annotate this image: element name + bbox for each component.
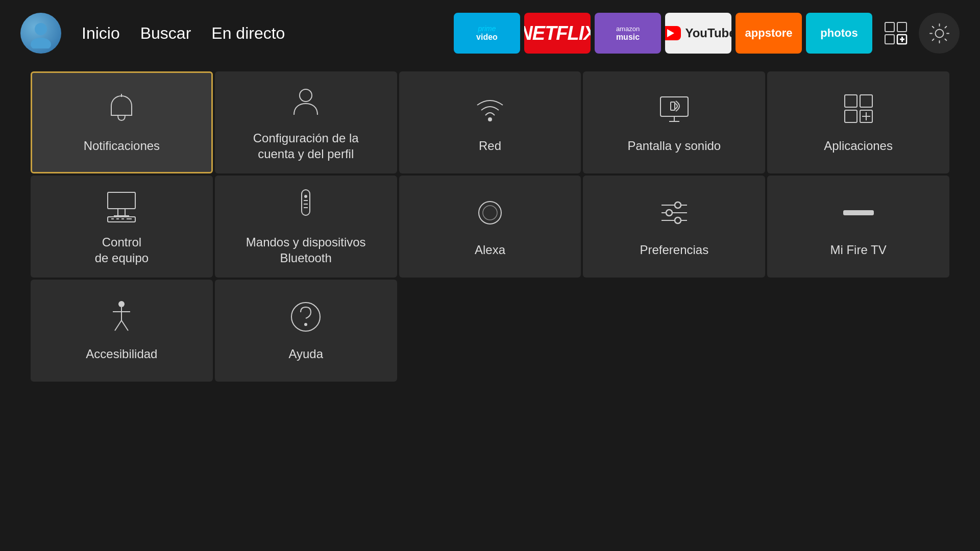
tile-cuenta-label: Configuración de la cuenta y del perfil [253,130,359,162]
tile-control[interactable]: Control de equipo [31,176,213,278]
app-icons: prime video NETFLIX amazon music YouTube [454,13,960,54]
app-prime-video[interactable]: prime video [454,13,520,54]
svg-point-12 [488,117,492,121]
nav-inicio[interactable]: Inicio [82,24,120,43]
tile-ayuda-label: Ayuda [288,346,323,362]
svg-point-47 [118,301,125,307]
tile-accesibilidad-label: Accesibilidad [86,346,157,362]
svg-rect-2 [885,22,894,32]
tile-mandos-label: Mandos y dispositivos Bluetooth [246,234,366,266]
svg-rect-19 [860,95,872,107]
app-youtube[interactable]: YouTube [665,13,731,54]
wifi-icon [472,91,508,129]
tile-pantalla-label: Pantalla y sonido [627,138,721,154]
app-netflix[interactable]: NETFLIX [524,13,591,54]
app-appstore[interactable]: appstore [736,13,802,54]
tile-alexa-label: Alexa [475,242,505,258]
avatar[interactable] [20,13,61,54]
svg-rect-18 [845,95,857,107]
svg-rect-46 [843,210,874,215]
tile-notificaciones-label: Notificaciones [84,138,160,154]
help-icon [288,299,324,337]
accessibility-icon [104,299,139,337]
svg-point-41 [675,202,681,208]
svg-point-1 [31,38,51,48]
tile-pantalla[interactable]: Pantalla y sonido [583,71,765,173]
svg-line-50 [115,320,121,331]
apps-icon [841,91,876,129]
settings-grid: Notificaciones Configuración de la cuent… [0,71,980,382]
settings-button[interactable] [919,13,960,54]
svg-rect-20 [845,110,857,122]
tile-mandos[interactable]: Mandos y dispositivos Bluetooth [215,176,397,278]
svg-rect-17 [671,102,675,110]
svg-point-34 [304,195,307,198]
app-amazon-music[interactable]: amazon music [595,13,661,54]
tile-aplicaciones[interactable]: Aplicaciones [767,71,949,173]
tile-red-label: Red [479,138,501,154]
tile-preferencias[interactable]: Preferencias [583,176,765,278]
tile-notificaciones[interactable]: Notificaciones [31,71,213,173]
remote-icon [288,187,324,225]
firetv-icon [841,195,876,233]
tile-alexa[interactable]: Alexa [399,176,581,278]
alexa-icon [472,195,508,233]
monitor-icon [104,187,139,225]
tile-myfiretv-label: Mi Fire TV [830,242,886,258]
tile-preferencias-label: Preferencias [640,242,708,258]
tile-myfiretv[interactable]: Mi Fire TV [767,176,949,278]
tile-red[interactable]: Red [399,71,581,173]
header: Inicio Buscar En directo prime video NET… [0,0,980,66]
svg-point-45 [675,217,681,223]
person-icon [288,83,324,121]
display-icon [656,91,692,129]
svg-point-0 [35,23,47,35]
nav-buscar[interactable]: Buscar [140,24,191,43]
tile-accesibilidad[interactable]: Accesibilidad [31,280,213,382]
svg-rect-3 [897,22,906,32]
svg-point-38 [479,202,501,224]
tile-control-label: Control de equipo [95,234,149,266]
svg-point-53 [304,323,307,326]
svg-point-8 [935,29,943,37]
sliders-icon [656,195,692,233]
tile-cuenta[interactable]: Configuración de la cuenta y del perfil [215,71,397,173]
svg-point-39 [483,206,497,220]
tile-aplicaciones-label: Aplicaciones [824,138,893,154]
svg-rect-24 [108,192,135,209]
svg-point-43 [666,210,672,216]
nav-en-directo[interactable]: En directo [211,24,285,43]
svg-rect-33 [302,190,310,215]
svg-line-51 [121,320,128,331]
nav-links: Inicio Buscar En directo [82,24,285,43]
tile-ayuda[interactable]: Ayuda [215,280,397,382]
bell-icon [104,91,139,129]
svg-point-11 [300,89,312,102]
app-photos[interactable]: photos [806,13,872,54]
grid-button[interactable] [876,14,915,53]
svg-rect-4 [885,35,894,44]
